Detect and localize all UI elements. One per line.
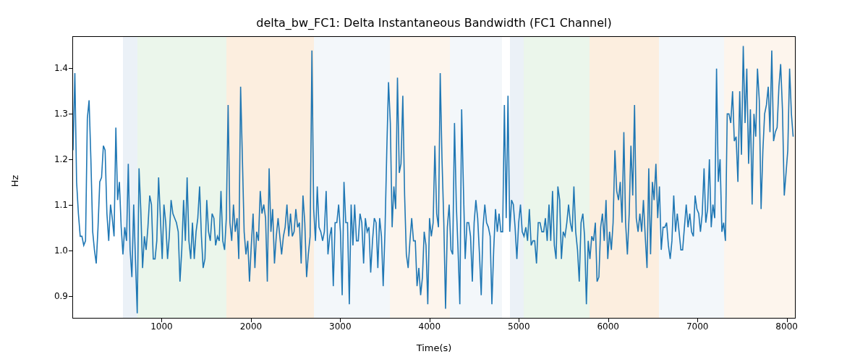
- x-tick-label: 4000: [419, 321, 441, 332]
- y-axis-label: Hz: [9, 175, 20, 188]
- y-tick-label: 1.4: [43, 63, 68, 73]
- y-tick-mark: [69, 296, 72, 297]
- x-tick-label: 8000: [775, 321, 798, 332]
- y-tick-mark: [69, 114, 72, 114]
- y-tick-mark: [69, 251, 72, 251]
- x-tick-mark: [340, 319, 341, 322]
- y-tick-label: 1.3: [43, 109, 68, 119]
- y-tick-label: 1.0: [43, 245, 68, 256]
- y-tick-mark: [69, 205, 72, 206]
- x-tick-label: 1000: [150, 321, 173, 332]
- x-tick-label: 5000: [508, 321, 530, 332]
- y-tick-mark: [69, 159, 72, 160]
- y-tick-label: 0.9: [43, 291, 68, 301]
- x-tick-label: 7000: [686, 321, 709, 332]
- x-tick-mark: [430, 319, 430, 322]
- x-tick-label: 2000: [240, 321, 263, 332]
- x-axis-label: Time(s): [0, 342, 868, 353]
- x-tick-mark: [697, 319, 698, 322]
- x-tick-mark: [519, 319, 519, 322]
- y-tick-mark: [69, 68, 72, 69]
- chart-figure: delta_bw_FC1: Delta Instantaneous Bandwi…: [0, 0, 868, 362]
- chart-title: delta_bw_FC1: Delta Instantaneous Bandwi…: [0, 16, 868, 30]
- line-series: [73, 37, 795, 318]
- x-tick-mark: [251, 319, 252, 322]
- x-tick-label: 3000: [329, 321, 352, 332]
- y-tick-label: 1.2: [43, 154, 68, 164]
- x-tick-mark: [161, 319, 162, 322]
- x-tick-mark: [787, 319, 788, 322]
- y-tick-label: 1.1: [43, 200, 68, 210]
- x-tick-label: 6000: [597, 321, 619, 332]
- x-tick-mark: [608, 319, 609, 322]
- plot-area: [72, 36, 796, 319]
